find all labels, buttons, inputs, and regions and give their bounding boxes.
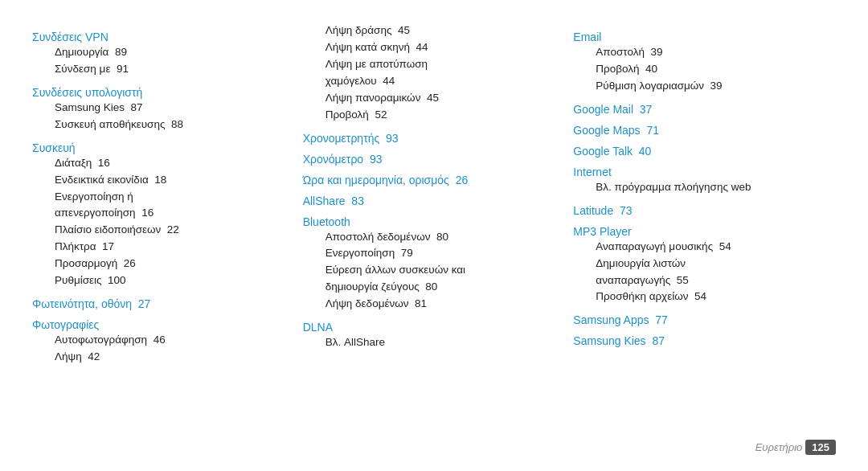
section-3-1: EmailΑποστολή 39Προβολή 40Ρύθμιση λογαρι…: [573, 31, 836, 95]
section-2-7: DLNAΒλ. AllShare: [303, 321, 566, 351]
category-label: Συνδέσεις υπολογιστή: [32, 86, 295, 99]
category-label: Φωτογραφίες: [32, 318, 295, 331]
sub-item: Samsung Kies 87: [32, 100, 295, 117]
category-label: Χρονομετρητής 93: [303, 132, 566, 145]
sub-item: Δημιουργία 89: [32, 44, 295, 61]
section-2-3: Χρονόμετρο 93: [303, 153, 566, 166]
sub-item: Λήψη με αποτύπωσηχαμόγελου 44: [303, 56, 566, 90]
sub-item: Ενεργοποίηση ήαπενεργοποίηση 16: [32, 189, 295, 223]
section-2-5: AllShare 83: [303, 195, 566, 207]
sub-item: Πλαίσιο ειδοποιήσεων 22: [32, 222, 295, 239]
category-label: Χρονόμετρο 93: [303, 153, 566, 166]
section-2-6: BluetoothΑποστολή δεδομένων 80Ενεργοποίη…: [303, 215, 566, 313]
category-label: Google Talk 40: [573, 145, 836, 158]
category-label: Bluetooth: [303, 215, 566, 228]
section-1-2: Συνδέσεις υπολογιστήSamsung Kies 87Συσκε…: [32, 86, 295, 133]
sub-item: Αυτοφωτογράφηση 46: [32, 332, 295, 349]
category-label: Συσκευή: [32, 141, 295, 154]
section-2-2: Χρονομετρητής 93: [303, 132, 566, 145]
sub-item: Προβολή 40: [573, 61, 836, 78]
category-label: Φωτεινότητα, οθόνη 27: [32, 297, 295, 310]
category-label: MP3 Player: [573, 225, 836, 238]
sub-item: Λήψη κατά σκηνή 44: [303, 39, 566, 56]
section-1-3: ΣυσκευήΔιάταξη 16Ενδεικτικά εικονίδια 18…: [32, 141, 295, 289]
sub-item: Βλ. AllShare: [303, 334, 566, 351]
sub-item: Εύρεση άλλων συσκευών καιδημιουργία ζεύγ…: [303, 262, 566, 296]
column-1: Συνδέσεις VPNΔημιουργία 89Σύνδεση με 91Σ…: [32, 23, 303, 432]
category-label: Συνδέσεις VPN: [32, 31, 295, 43]
category-label: Internet: [573, 166, 836, 178]
section-3-2: Google Mail 37: [573, 103, 836, 116]
page: Συνδέσεις VPNΔημιουργία 89Σύνδεση με 91Σ…: [0, 0, 868, 471]
category-label: Samsung Kies 87: [573, 334, 836, 347]
section-3-3: Google Maps 71: [573, 124, 836, 137]
category-label: Google Maps 71: [573, 124, 836, 137]
sub-item: Λήψη 42: [32, 349, 295, 366]
sub-item: Αναπαραγωγή μουσικής 54: [573, 239, 836, 256]
sub-item: Σύνδεση με 91: [32, 61, 295, 78]
footer-page-number: 125: [805, 440, 836, 455]
section-2-1: Λήψη δράσης 45Λήψη κατά σκηνή 44Λήψη με …: [303, 23, 566, 124]
footer-label: Ευρετήριο: [755, 441, 803, 453]
sub-item: Αποστολή 39: [573, 44, 836, 61]
sub-item: Βλ. πρόγραμμα πλοήγησης web: [573, 179, 836, 196]
column-3: EmailΑποστολή 39Προβολή 40Ρύθμιση λογαρι…: [573, 23, 836, 432]
section-3-4: Google Talk 40: [573, 145, 836, 158]
section-2-4: Ώρα και ημερομηνία, ορισμός 26: [303, 174, 566, 186]
columns: Συνδέσεις VPNΔημιουργία 89Σύνδεση με 91Σ…: [32, 23, 836, 432]
category-label: Samsung Apps 77: [573, 313, 836, 326]
sub-item: Ρυθμίσεις 100: [32, 272, 295, 289]
sub-item: Προσθήκη αρχείων 54: [573, 289, 836, 305]
category-label: DLNA: [303, 321, 566, 334]
sub-item: Λήψη δράσης 45: [303, 23, 566, 39]
category-label: AllShare 83: [303, 195, 566, 207]
category-label: Email: [573, 31, 836, 43]
section-3-7: MP3 PlayerΑναπαραγωγή μουσικής 54Δημιουρ…: [573, 225, 836, 306]
sub-item: Πλήκτρα 17: [32, 239, 295, 256]
category-label: Latitude 73: [573, 204, 836, 217]
sub-item: Προσαρμογή 26: [32, 256, 295, 272]
footer: Ευρετήριο 125: [32, 440, 836, 455]
sub-item: Συσκευή αποθήκευσης 88: [32, 117, 295, 133]
section-3-8: Samsung Apps 77: [573, 313, 836, 326]
sub-item: Δημιουργία λιστώναναπαραγωγής 55: [573, 256, 836, 289]
category-label: Google Mail 37: [573, 103, 836, 116]
sub-item: Προβολή 52: [303, 107, 566, 124]
sub-item: Λήψη δεδομένων 81: [303, 296, 566, 313]
sub-item: Ενεργοποίηση 79: [303, 245, 566, 262]
section-3-6: Latitude 73: [573, 204, 836, 217]
sub-item: Αποστολή δεδομένων 80: [303, 229, 566, 246]
sub-item: Ενδεικτικά εικονίδια 18: [32, 172, 295, 189]
sub-item: Ρύθμιση λογαριασμών 39: [573, 78, 836, 95]
sub-item: Διάταξη 16: [32, 155, 295, 172]
column-2: Λήψη δράσης 45Λήψη κατά σκηνή 44Λήψη με …: [303, 23, 574, 432]
section-1-4: Φωτεινότητα, οθόνη 27: [32, 297, 295, 310]
section-3-5: InternetΒλ. πρόγραμμα πλοήγησης web: [573, 166, 836, 196]
sub-item: Λήψη πανοραμικών 45: [303, 90, 566, 107]
section-3-9: Samsung Kies 87: [573, 334, 836, 347]
section-1-5: ΦωτογραφίεςΑυτοφωτογράφηση 46Λήψη 42: [32, 318, 295, 366]
category-label: Ώρα και ημερομηνία, ορισμός 26: [303, 174, 566, 186]
section-1-1: Συνδέσεις VPNΔημιουργία 89Σύνδεση με 91: [32, 31, 295, 78]
